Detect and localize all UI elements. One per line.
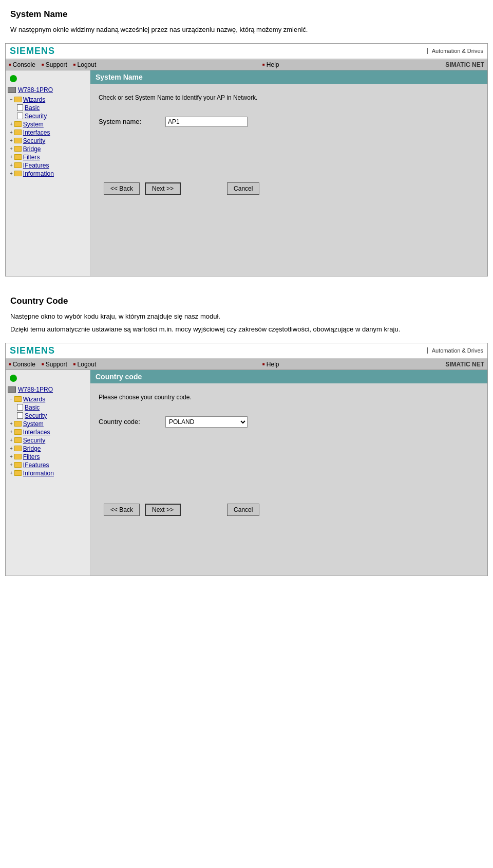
expand-filters-2[interactable]: + xyxy=(10,454,13,459)
sidebar-link-basic-2[interactable]: Basic xyxy=(25,404,40,411)
device-icon-1 xyxy=(8,87,16,93)
nav-help-2[interactable]: Help xyxy=(262,361,279,368)
sidebar-link-security-wizard-1[interactable]: Security xyxy=(25,113,47,120)
expand-ifeatures-2[interactable]: + xyxy=(10,462,13,468)
cancel-button-2[interactable]: Cancel xyxy=(227,504,259,516)
sidebar-item-wizards-2[interactable]: − Wizards xyxy=(8,395,88,403)
sidebar-link-security-1[interactable]: Security xyxy=(23,137,45,144)
folder-icon-filters-1 xyxy=(14,154,22,160)
sidebar-link-bridge-1[interactable]: Bridge xyxy=(23,145,41,153)
siemens-logo-2: SIEMENS xyxy=(10,345,55,356)
nav-help-1[interactable]: Help xyxy=(262,61,279,68)
sidebar-link-interfaces-1[interactable]: Interfaces xyxy=(23,129,50,136)
nav-console-1[interactable]: Console xyxy=(9,61,35,68)
sidebar-link-system-2[interactable]: System xyxy=(23,420,44,428)
sidebar-item-information-2[interactable]: + Information xyxy=(8,469,88,477)
sidebar-device-1[interactable]: W788-1PRO xyxy=(8,86,88,94)
expand-system-2[interactable]: + xyxy=(10,421,13,427)
expand-wizards-2[interactable]: − xyxy=(10,396,13,402)
folder-icon-information-1 xyxy=(14,171,22,176)
expand-security-2[interactable]: + xyxy=(10,437,13,443)
sidebar-device-2[interactable]: W788-1PRO xyxy=(8,386,88,393)
sidebar-link-bridge-2[interactable]: Bridge xyxy=(23,445,41,452)
nav-bar-2: Console Support Logout Help SIMATIC NET xyxy=(6,359,487,370)
sidebar-link-basic-1[interactable]: Basic xyxy=(25,104,40,112)
sidebar-item-security-2[interactable]: + Security xyxy=(8,436,88,445)
country-code-select[interactable]: POLAND GERMANY USA UK FRANCE xyxy=(165,416,248,428)
cancel-button-1[interactable]: Cancel xyxy=(227,182,259,195)
sidebar-link-information-1[interactable]: Information xyxy=(23,170,54,177)
country-code-label: Country code: xyxy=(99,418,165,426)
expand-interfaces-2[interactable]: + xyxy=(10,429,13,435)
sidebar-item-filters-1[interactable]: + Filters xyxy=(8,153,88,161)
sidebar-link-wizards-1[interactable]: Wizards xyxy=(23,96,45,103)
system-name-input[interactable] xyxy=(165,117,248,127)
page-title-2: Country code xyxy=(90,370,487,383)
sidebar-link-ifeatures-2[interactable]: IFeatures xyxy=(23,461,49,469)
expand-interfaces-1[interactable]: + xyxy=(10,130,13,135)
sidebar-link-filters-2[interactable]: Filters xyxy=(23,453,40,460)
sidebar-item-ifeatures-1[interactable]: + IFeatures xyxy=(8,161,88,170)
nav-product-2: SIMATIC NET xyxy=(445,361,484,368)
folder-icon-ifeatures-2 xyxy=(14,462,22,468)
folder-icon-security-1 xyxy=(14,138,22,143)
sidebar-item-ifeatures-2[interactable]: + IFeatures xyxy=(8,461,88,469)
expand-security-1[interactable]: + xyxy=(10,138,13,143)
sidebar-item-filters-2[interactable]: + Filters xyxy=(8,453,88,461)
sidebar-item-bridge-1[interactable]: + Bridge xyxy=(8,145,88,153)
sidebar-item-bridge-2[interactable]: + Bridge xyxy=(8,445,88,453)
doc-icon-security-1 xyxy=(17,113,23,119)
sidebar-link-wizards-2[interactable]: Wizards xyxy=(23,396,45,403)
folder-icon-bridge-1 xyxy=(14,146,22,152)
sidebar-item-security-1[interactable]: + Security xyxy=(8,137,88,145)
folder-icon-interfaces-1 xyxy=(14,130,22,135)
folder-icon-ifeatures-1 xyxy=(14,162,22,168)
expand-wizards-1[interactable]: − xyxy=(10,97,13,102)
nav-product-1: SIMATIC NET xyxy=(445,61,484,68)
sidebar-link-security-2[interactable]: Security xyxy=(23,437,45,444)
sidebar-link-security-wizard-2[interactable]: Security xyxy=(25,412,47,419)
automation-drives-1: Automation & Drives xyxy=(427,48,483,54)
expand-information-2[interactable]: + xyxy=(10,470,13,476)
content-description-1: Check or set System Name to identify you… xyxy=(99,94,479,101)
back-button-2[interactable]: << Back xyxy=(104,504,140,516)
next-button-1[interactable]: Next >> xyxy=(145,182,181,195)
expand-ifeatures-1[interactable]: + xyxy=(10,162,13,168)
sidebar-item-security-wizard-1[interactable]: Security xyxy=(8,112,88,120)
sidebar-item-basic-1[interactable]: Basic xyxy=(8,104,88,112)
nav-console-2[interactable]: Console xyxy=(9,361,35,368)
folder-icon-wizards-2 xyxy=(14,396,22,402)
expand-bridge-1[interactable]: + xyxy=(10,146,13,152)
sidebar-item-interfaces-1[interactable]: + Interfaces xyxy=(8,128,88,137)
country-code-intro: Country Code Następne okno to wybór kodu… xyxy=(0,287,493,343)
nav-support-2[interactable]: Support xyxy=(42,361,67,368)
nav-logout-2[interactable]: Logout xyxy=(73,361,97,368)
expand-system-1[interactable]: + xyxy=(10,121,13,127)
sidebar-item-security-wizard-2[interactable]: Security xyxy=(8,412,88,420)
automation-drives-2: Automation & Drives xyxy=(427,347,483,354)
expand-filters-1[interactable]: + xyxy=(10,154,13,160)
nav-support-1[interactable]: Support xyxy=(42,61,67,68)
back-button-1[interactable]: << Back xyxy=(104,182,140,195)
sidebar-link-interfaces-2[interactable]: Interfaces xyxy=(23,429,50,436)
expand-bridge-2[interactable]: + xyxy=(10,446,13,451)
content-description-2: Please choose your country code. xyxy=(99,394,479,401)
sidebar-item-interfaces-2[interactable]: + Interfaces xyxy=(8,428,88,436)
sidebar-link-filters-1[interactable]: Filters xyxy=(23,154,40,161)
country-code-panel: SIEMENS Automation & Drives Console Supp… xyxy=(5,343,488,576)
sidebar-item-system-2[interactable]: + System xyxy=(8,420,88,428)
sidebar-item-wizards-1[interactable]: − Wizards xyxy=(8,96,88,104)
sidebar-item-system-1[interactable]: + System xyxy=(8,120,88,128)
sidebar-link-information-2[interactable]: Information xyxy=(23,470,54,477)
country-code-title: Country Code xyxy=(10,296,483,306)
folder-icon-system-1 xyxy=(14,121,22,127)
sidebar-link-system-1[interactable]: System xyxy=(23,121,44,128)
sidebar-item-information-1[interactable]: + Information xyxy=(8,170,88,178)
sidebar-link-ifeatures-1[interactable]: IFeatures xyxy=(23,162,49,169)
next-button-2[interactable]: Next >> xyxy=(145,504,181,516)
sidebar-item-basic-2[interactable]: Basic xyxy=(8,403,88,412)
panel-body-1: W788-1PRO − Wizards Basic Security + Sys… xyxy=(6,70,487,276)
doc-icon-basic-1 xyxy=(17,104,23,111)
expand-information-1[interactable]: + xyxy=(10,171,13,176)
nav-logout-1[interactable]: Logout xyxy=(73,61,97,68)
